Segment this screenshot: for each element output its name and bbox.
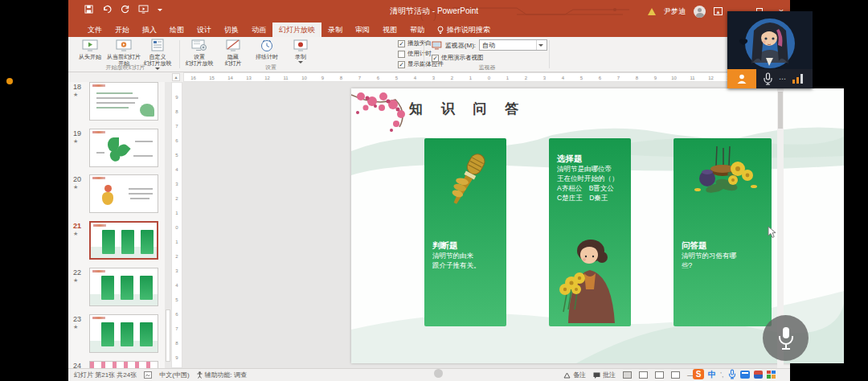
rehearse-timings-button[interactable]: 排练计时 xyxy=(250,37,284,60)
tab-help[interactable]: 帮助 xyxy=(403,23,431,37)
save-icon[interactable] xyxy=(84,5,93,14)
setup-slideshow-button[interactable]: 设置 幻灯片放映 xyxy=(182,37,216,67)
thumbnail-scrollbar[interactable] xyxy=(165,82,171,368)
account-name[interactable]: 尹梦迪 xyxy=(664,6,686,17)
group-monitors: 监视器(M): 自动 使用演示者视图 监视器 xyxy=(427,37,547,72)
hide-slide-icon xyxy=(225,39,241,52)
tab-slideshow[interactable]: 幻灯片放映 xyxy=(272,23,321,37)
animation-star-icon: ★ xyxy=(73,277,78,284)
quiz-card-open-question[interactable]: 问答题 清明节的习俗有哪 些? xyxy=(674,138,772,326)
quiz-card-true-false[interactable]: 判断题 清明节的由来 跟介子推有关。 xyxy=(424,138,506,326)
participant-button[interactable] xyxy=(727,69,756,88)
toolbox-icon[interactable] xyxy=(767,371,776,379)
microphone-icon xyxy=(776,326,796,350)
slide-sorter-view-button[interactable] xyxy=(639,371,648,379)
vertical-ruler: 9876543210123456789 xyxy=(171,82,182,368)
microphone-icon[interactable] xyxy=(763,72,773,85)
presenter-view-checkbox[interactable]: 使用演示者视图 xyxy=(432,54,547,62)
tab-record[interactable]: 录制 xyxy=(321,23,349,37)
player-progress-dot[interactable] xyxy=(434,369,443,378)
input-method-toolbar: S 中 ’, xyxy=(693,368,776,380)
account-avatar[interactable] xyxy=(694,6,706,18)
network-signal-icon xyxy=(792,74,803,84)
normal-view-button[interactable] xyxy=(623,371,632,379)
tab-review[interactable]: 审阅 xyxy=(349,23,376,37)
horizontal-ruler: 1615141312111098765432101234567891011121… xyxy=(183,72,784,82)
play-monitor-icon xyxy=(116,39,132,52)
animation-star-icon: ★ xyxy=(73,92,78,98)
tab-file[interactable]: 文件 xyxy=(81,23,108,37)
comments-icon xyxy=(593,372,600,379)
repeat-icon[interactable] xyxy=(121,5,129,14)
checkbox[interactable] xyxy=(398,51,405,58)
reading-view-button[interactable] xyxy=(655,371,664,379)
checkbox[interactable] xyxy=(432,55,439,62)
checkbox[interactable] xyxy=(398,40,405,47)
slide-title[interactable]: 知 识 问 答 xyxy=(409,100,526,118)
record-icon xyxy=(293,39,308,52)
person-icon xyxy=(736,73,747,84)
tab-insert[interactable]: 插入 xyxy=(136,23,163,37)
start-slideshow-icon[interactable] xyxy=(138,5,149,14)
dropdown-arrow-icon xyxy=(536,40,544,50)
slideshow-view-button[interactable] xyxy=(671,371,680,379)
screen: 清明节活动 - PowerPoint 尹梦迪 ▴ — × 文件 开始 插入 绘图… xyxy=(0,0,868,381)
keyboard-icon[interactable] xyxy=(740,371,750,379)
warning-icon[interactable] xyxy=(648,8,656,15)
clock-icon xyxy=(260,39,274,52)
animation-star-icon: ★ xyxy=(73,231,78,237)
thumbnail-scroll-top[interactable]: ▴ xyxy=(172,73,180,81)
undo-icon[interactable] xyxy=(102,5,112,14)
status-bar: 幻灯片 第21张 共24张 中文(中国) 辅助功能: 调查 备注 批注 xyxy=(68,368,790,381)
tab-view[interactable]: 视图 xyxy=(376,23,403,37)
setup-monitor-icon xyxy=(191,39,207,52)
accessibility-person-icon xyxy=(197,371,203,379)
ribbon-display-options-icon[interactable]: ▴ xyxy=(714,7,723,15)
slide-number-indicator[interactable]: 幻灯片 第21张 共24张 xyxy=(74,371,137,379)
webcam-overlay[interactable]: ⋯ xyxy=(727,11,813,88)
chinese-mode-indicator[interactable]: 中 xyxy=(708,369,716,380)
monitor-dropdown[interactable]: 自动 xyxy=(479,39,547,51)
animation-star-icon: ★ xyxy=(73,184,78,190)
tab-design[interactable]: 设计 xyxy=(190,23,218,37)
quiz-card-multiple-choice[interactable]: 选择题 清明节是由哪位帝 王在位时开始的（） A齐桓公 B晋文公 C楚庄王 D秦… xyxy=(549,138,631,326)
title-bar: 清明节活动 - PowerPoint 尹梦迪 ▴ — × xyxy=(68,0,790,23)
record-button[interactable]: 录制 xyxy=(284,37,317,63)
animation-star-icon: ★ xyxy=(73,138,78,145)
from-current-slide-button[interactable]: 从当前幻灯片 开始 xyxy=(107,37,141,67)
animation-star-icon: ★ xyxy=(73,324,78,330)
gold-microphone-illustration xyxy=(439,148,492,236)
from-beginning-button[interactable]: 从头开始 xyxy=(73,37,107,60)
floating-microphone-button[interactable] xyxy=(763,315,809,361)
tab-transitions[interactable]: 切换 xyxy=(218,23,245,37)
accessibility-status[interactable]: 辅助功能: 调查 xyxy=(197,371,247,379)
recording-indicator-dot xyxy=(6,78,13,84)
more-options-icon[interactable]: ⋯ xyxy=(779,75,787,83)
lightbulb-icon xyxy=(437,26,444,35)
comments-button[interactable]: 批注 xyxy=(593,371,616,379)
incense-pot-chrysanthemums-illustration xyxy=(685,145,760,222)
language-indicator[interactable]: 中文(中国) xyxy=(159,371,189,379)
group-start-slideshow: 从头开始 从当前幻灯片 开始 自定义 幻灯片放映 开始放映幻灯片 xyxy=(73,37,178,72)
customize-qat-icon[interactable] xyxy=(158,9,162,11)
notes-button[interactable]: 备注 xyxy=(563,371,586,379)
mouse-cursor xyxy=(768,226,777,239)
tab-home[interactable]: 开始 xyxy=(108,23,136,37)
tab-draw[interactable]: 绘图 xyxy=(163,23,190,37)
theme-icon xyxy=(144,371,152,379)
punctuation-icon[interactable]: ’, xyxy=(720,371,724,379)
slide-thumbnail-panel: 18★ 19★ 20★ xyxy=(68,82,165,368)
sogou-logo-icon[interactable]: S xyxy=(693,369,704,379)
group-setup: 设置 幻灯片放映 隐藏 幻灯片 排练计时 录制 xyxy=(182,37,422,72)
webcam-control-bar: ⋯ xyxy=(727,69,813,88)
hide-slide-button[interactable]: 隐藏 幻灯片 xyxy=(216,37,250,67)
quick-access-toolbar xyxy=(84,5,162,14)
webcam-avatar xyxy=(727,11,813,69)
custom-show-icon xyxy=(150,39,165,52)
powerpoint-window: 清明节活动 - PowerPoint 尹梦迪 ▴ — × 文件 开始 插入 绘图… xyxy=(68,0,790,381)
voice-input-icon[interactable] xyxy=(728,369,736,379)
checkbox[interactable] xyxy=(398,61,405,68)
tab-animations[interactable]: 动画 xyxy=(245,23,272,37)
tell-me-search[interactable]: 操作说明搜索 xyxy=(431,23,497,37)
skin-icon[interactable] xyxy=(754,371,763,379)
